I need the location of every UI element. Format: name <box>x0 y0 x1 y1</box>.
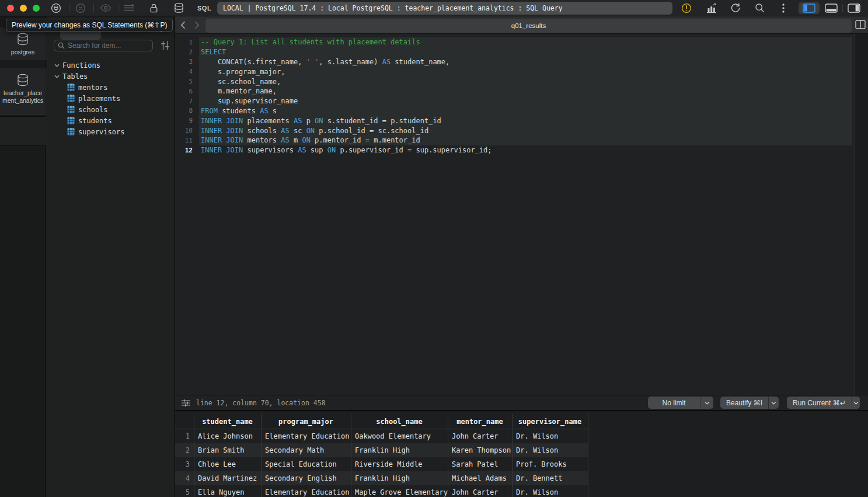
column-separator <box>261 414 262 497</box>
sidebar-item-label: schools <box>78 106 108 114</box>
connection-teacher-placement-analytics[interactable]: teacher_placement_analytics <box>0 68 46 115</box>
column-header-student_name[interactable]: student_name <box>194 414 261 429</box>
code-text: SELECT <box>199 48 226 56</box>
code-line: 12INNER JOIN supervisors AS sup ON p.sup… <box>175 145 855 155</box>
traffic-minimize-button[interactable] <box>20 5 27 12</box>
split-view-icon[interactable] <box>855 20 866 32</box>
toggle-bottom-panel-button[interactable] <box>822 2 841 14</box>
cell-school_name[interactable]: Maple Grove Elementary <box>351 488 448 496</box>
cell-student_name[interactable]: David Martinez <box>194 474 261 482</box>
cell-school_name[interactable]: Riverside Middle <box>351 460 448 468</box>
cell-supervisor_name[interactable]: Dr. Wilson <box>512 446 588 454</box>
sidebar-search-input[interactable] <box>68 41 147 50</box>
beautify-button[interactable]: Beautify ⌘I <box>720 397 779 409</box>
tableplus-window: SQL LOCAL | PostgreSQL 17.4 : Local Post… <box>0 0 868 497</box>
disconnect-icon[interactable] <box>75 3 86 13</box>
table-row[interactable]: 3Chloe LeeSpecial EducationRiverside Mid… <box>175 457 588 471</box>
lock-icon[interactable] <box>149 3 159 13</box>
column-separator <box>512 414 513 497</box>
column-header-school_name[interactable]: school_name <box>351 414 448 429</box>
column-header-program_major[interactable]: program_major <box>261 414 351 429</box>
query-log-icon[interactable] <box>123 4 135 12</box>
cell-supervisor_name[interactable]: Dr. Bennett <box>512 474 588 482</box>
column-separator <box>588 414 588 497</box>
sidebar-search-field[interactable] <box>54 40 153 51</box>
table-grid-icon <box>67 84 75 91</box>
table-grid-icon <box>67 106 75 113</box>
cell-school_name[interactable]: Oakwood Elementary <box>351 432 448 440</box>
tree-group-functions[interactable]: Functions <box>46 60 175 71</box>
editor-settings-icon[interactable] <box>181 399 191 409</box>
tab-label: q01_results <box>511 22 546 29</box>
cell-mentor_name[interactable]: John Carter <box>448 432 512 440</box>
cell-program_major[interactable]: Secondary English <box>261 474 351 482</box>
traffic-close-button[interactable] <box>7 5 14 12</box>
toggle-left-panel-button[interactable] <box>799 2 820 14</box>
cell-mentor_name[interactable]: Michael Adams <box>448 474 512 482</box>
traffic-zoom-button[interactable] <box>33 5 40 12</box>
table-row[interactable]: 2Brian SmithSecondary MathFranklin HighK… <box>175 443 588 457</box>
refresh-icon[interactable] <box>730 2 741 13</box>
sidebar-item-schools[interactable]: schools <box>46 104 175 115</box>
table-row[interactable]: 1Alice JohnsonElementary EducationOakwoo… <box>175 429 588 443</box>
preview-eye-icon[interactable] <box>100 4 111 12</box>
line-number: 10 <box>175 127 199 134</box>
column-header-supervisor_name[interactable]: supervisor_name <box>512 414 588 429</box>
sidebar-item-supervisors[interactable]: supervisors <box>46 126 175 137</box>
cell-student_name[interactable]: Chloe Lee <box>194 460 261 468</box>
back-button[interactable] <box>177 19 188 31</box>
cell-school_name[interactable]: Franklin High <box>351 474 448 482</box>
cell-school_name[interactable]: Franklin High <box>351 446 448 454</box>
sidebar-item-mentors[interactable]: mentors <box>46 82 175 93</box>
table-row[interactable]: 4David MartinezSecondary EnglishFranklin… <box>175 471 588 485</box>
window-title[interactable]: LOCAL | PostgreSQL 17.4 : Local PostgreS… <box>217 2 672 15</box>
code-line: 7 sup.supervisor_name <box>175 96 855 106</box>
limit-button[interactable]: No limit <box>648 397 713 409</box>
editor-scrollbar-gutter[interactable] <box>855 34 868 395</box>
cell-mentor_name[interactable]: John Carter <box>448 488 512 496</box>
code-text: INNER JOIN schools AS sc ON p.school_id … <box>199 127 428 135</box>
forward-button[interactable] <box>191 19 202 31</box>
code-text: INNER JOIN supervisors AS sup ON p.super… <box>199 146 492 154</box>
run-current-button[interactable]: Run Current ⌘↵ <box>787 397 860 409</box>
sidebar-item-label: mentors <box>78 84 108 92</box>
search-icon[interactable] <box>755 3 765 13</box>
table-row[interactable]: 5Ella NguyenElementary EducationMaple Gr… <box>175 485 588 497</box>
code-text: INNER JOIN placements AS p ON s.student_… <box>199 117 441 125</box>
filter-icon[interactable] <box>160 40 170 53</box>
chevron-down-icon[interactable] <box>700 397 713 409</box>
line-number: 2 <box>175 48 199 56</box>
row-number: 2 <box>175 446 194 454</box>
cell-program_major[interactable]: Elementary Education <box>261 488 351 496</box>
limit-label: No limit <box>648 399 700 407</box>
chevron-down-icon[interactable] <box>768 397 779 409</box>
cell-supervisor_name[interactable]: Dr. Wilson <box>512 488 588 496</box>
cell-student_name[interactable]: Ella Nguyen <box>194 488 261 496</box>
connection-postgres[interactable]: postgres <box>0 27 46 60</box>
cell-supervisor_name[interactable]: Prof. Brooks <box>512 460 588 468</box>
cell-program_major[interactable]: Elementary Education <box>261 432 351 440</box>
more-options-icon[interactable] <box>782 3 785 13</box>
cell-program_major[interactable]: Special Education <box>261 460 351 468</box>
chart-icon[interactable] <box>706 3 717 13</box>
connect-plug-icon[interactable] <box>51 3 61 13</box>
tab-q01-results[interactable]: q01_results <box>205 19 852 33</box>
row-number: 4 <box>175 474 194 482</box>
cell-supervisor_name[interactable]: Dr. Wilson <box>512 432 588 440</box>
cell-mentor_name[interactable]: Karen Thompson <box>448 446 512 454</box>
cursor-position-text: line 12, column 70, location 458 <box>196 399 326 407</box>
tree-group-tables[interactable]: Tables <box>46 71 175 82</box>
database-icon[interactable] <box>173 2 184 13</box>
cell-mentor_name[interactable]: Sarah Patel <box>448 460 512 468</box>
toggle-right-panel-button[interactable] <box>845 2 863 14</box>
cell-student_name[interactable]: Alice Johnson <box>194 432 261 440</box>
tooltip-text: Preview your changes as SQL Statements (… <box>12 21 167 29</box>
column-header-mentor_name[interactable]: mentor_name <box>448 414 512 429</box>
sql-editor[interactable]: 1-- Query 1: List all students with plac… <box>175 34 855 395</box>
cell-program_major[interactable]: Secondary Math <box>261 446 351 454</box>
chevron-down-icon[interactable] <box>852 397 860 409</box>
sidebar-item-students[interactable]: students <box>46 115 175 126</box>
cell-student_name[interactable]: Brian Smith <box>194 446 261 454</box>
warning-icon[interactable] <box>681 3 692 13</box>
sidebar-item-placements[interactable]: placements <box>46 93 175 104</box>
